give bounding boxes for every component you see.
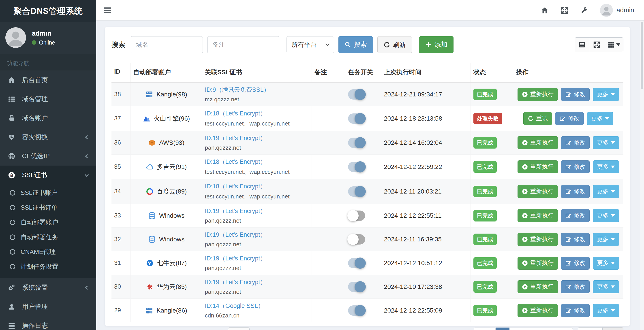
rerun-button[interactable]: 重新执行 bbox=[518, 88, 558, 101]
sidebar-item-2[interactable]: 域名账户 bbox=[0, 108, 96, 127]
cert-link[interactable]: ID:19（Let's Encrypt） bbox=[205, 207, 309, 215]
sidebar-subitem-自动部署任务[interactable]: 自动部署任务 bbox=[0, 230, 96, 245]
search-button[interactable]: 搜索 bbox=[338, 36, 373, 53]
scrollbar-thumb[interactable] bbox=[641, 22, 643, 89]
sidebar-subitem-CNAME代理[interactable]: CNAME代理 bbox=[0, 245, 96, 259]
more-button[interactable]: 更多 bbox=[593, 209, 619, 222]
cert-link[interactable]: ID:19（Let's Encrypt） bbox=[205, 231, 309, 239]
goto-page-button[interactable]: GO bbox=[602, 327, 624, 330]
more-button[interactable]: 更多 bbox=[593, 185, 619, 198]
platform-select[interactable]: 所有平台 bbox=[286, 36, 334, 53]
rerun-button[interactable]: 重新执行 bbox=[518, 280, 558, 293]
sidebar-item-1[interactable]: 域名管理 bbox=[0, 89, 96, 108]
more-button[interactable]: 更多 bbox=[593, 160, 619, 173]
more-button[interactable]: 更多 bbox=[593, 233, 619, 246]
edit-button[interactable]: 修改 bbox=[561, 280, 590, 293]
rerun-button[interactable]: 重新执行 bbox=[518, 209, 558, 222]
user-menu[interactable]: admin bbox=[600, 4, 634, 17]
page-button-4[interactable]: 4 bbox=[537, 328, 551, 330]
prev-page-button[interactable]: 前页 bbox=[474, 328, 496, 330]
rerun-button[interactable]: 重新执行 bbox=[518, 233, 558, 246]
task-switch[interactable] bbox=[348, 113, 365, 124]
cert-link[interactable]: ID:19（Let's Encrypt） bbox=[205, 254, 309, 263]
cert-link[interactable]: ID:14（Google SSL） bbox=[205, 302, 309, 310]
sidebar-subitem-SSL证书账户[interactable]: SSL证书账户 bbox=[0, 185, 96, 200]
retry-button[interactable]: 重试 bbox=[523, 112, 552, 125]
edit-button[interactable]: 修改 bbox=[561, 88, 590, 101]
task-switch[interactable] bbox=[348, 186, 365, 197]
sidebar-subitem-计划任务设置[interactable]: 计划任务设置 bbox=[0, 259, 96, 274]
sidebar-item-0[interactable]: 后台首页 bbox=[0, 70, 96, 89]
task-switch[interactable] bbox=[348, 89, 365, 100]
per-page-select[interactable]: 10 bbox=[228, 327, 250, 330]
edit-button[interactable]: 修改 bbox=[555, 112, 584, 125]
more-button[interactable]: 更多 bbox=[593, 280, 619, 293]
note-search-input[interactable] bbox=[207, 36, 279, 53]
task-switch[interactable] bbox=[348, 305, 365, 316]
column-header-自动部署账户: 自动部署账户 bbox=[130, 63, 202, 82]
next-page-button[interactable]: 后页 bbox=[551, 328, 573, 330]
sidebar-item-label: 后台首页 bbox=[22, 76, 48, 85]
sidebar-subitem-SSL证书订单[interactable]: SSL证书订单 bbox=[0, 200, 96, 215]
scrollbar-track[interactable] bbox=[640, 20, 644, 330]
task-switch[interactable] bbox=[348, 282, 365, 292]
cert-link[interactable]: ID:18（Let's Encrypt） bbox=[205, 182, 309, 190]
sidebar-item-4[interactable]: CF优选IP bbox=[0, 147, 96, 166]
cert-link[interactable]: ID:9（腾讯云免费SSL） bbox=[205, 86, 309, 94]
goto-page-input[interactable] bbox=[578, 327, 602, 330]
cert-link[interactable]: ID:19（Let's Encrypt） bbox=[205, 278, 309, 286]
rerun-button[interactable]: 重新执行 bbox=[518, 136, 558, 149]
table-row: 36AWS(93)ID:19（Let's Encrypt）pan.qqzzz.n… bbox=[112, 131, 624, 155]
cert-link[interactable]: ID:18（Let's Encrypt） bbox=[205, 109, 309, 117]
more-button[interactable]: 更多 bbox=[587, 112, 613, 125]
sidebar-item-6[interactable]: 系统设置 bbox=[0, 278, 96, 297]
rerun-button[interactable]: 重新执行 bbox=[518, 185, 558, 198]
task-switch[interactable] bbox=[348, 258, 365, 268]
task-switch[interactable] bbox=[348, 211, 365, 221]
sidebar-subitem-自动部署账户[interactable]: 自动部署账户 bbox=[0, 215, 96, 230]
page-button-3[interactable]: 3 bbox=[523, 328, 537, 330]
home-icon[interactable] bbox=[541, 6, 549, 14]
sidebar-toggle-icon[interactable] bbox=[102, 5, 112, 15]
sidebar-item-8[interactable]: 操作日志 bbox=[0, 316, 96, 330]
domain-search-input[interactable] bbox=[131, 36, 203, 53]
edit-button[interactable]: 修改 bbox=[561, 185, 590, 198]
rerun-button[interactable]: 重新执行 bbox=[518, 304, 558, 317]
edit-button[interactable]: 修改 bbox=[561, 304, 590, 317]
fullscreen-icon[interactable] bbox=[560, 6, 568, 14]
more-button[interactable]: 更多 bbox=[593, 304, 619, 317]
edit-button[interactable]: 修改 bbox=[561, 136, 590, 149]
add-button[interactable]: 添加 bbox=[419, 36, 454, 53]
cert-link[interactable]: ID:19（Let's Encrypt） bbox=[205, 134, 309, 142]
actions-cell: 重新执行修改更多 bbox=[513, 155, 624, 179]
edit-button[interactable]: 修改 bbox=[561, 209, 590, 222]
page-button-2[interactable]: 2 bbox=[510, 328, 523, 330]
more-button[interactable]: 更多 bbox=[593, 257, 619, 270]
table-view-button[interactable] bbox=[574, 37, 590, 52]
sidebar-subitem-label: SSL证书账户 bbox=[20, 189, 58, 197]
table-row: 30华为云(85)ID:19（Let's Encrypt）pan.qqzzz.n… bbox=[112, 275, 624, 299]
sidebar-subitem-label: CNAME代理 bbox=[20, 248, 56, 256]
task-switch[interactable] bbox=[348, 138, 365, 148]
more-button[interactable]: 更多 bbox=[593, 88, 619, 101]
more-button[interactable]: 更多 bbox=[593, 136, 619, 149]
edit-button[interactable]: 修改 bbox=[561, 233, 590, 246]
page-button-1[interactable]: 1 bbox=[496, 328, 510, 330]
rerun-button[interactable]: 重新执行 bbox=[518, 160, 558, 173]
task-switch[interactable] bbox=[348, 234, 365, 245]
row-id: 33 bbox=[112, 204, 130, 227]
edit-button[interactable]: 修改 bbox=[561, 160, 590, 173]
expand-view-button[interactable] bbox=[590, 37, 604, 52]
rerun-button[interactable]: 重新执行 bbox=[518, 257, 558, 270]
edit-button[interactable]: 修改 bbox=[561, 257, 590, 270]
sidebar-item-7[interactable]: 用户管理 bbox=[0, 297, 96, 316]
sidebar-section-label: 功能导航 bbox=[0, 54, 96, 70]
refresh-button[interactable]: 刷新 bbox=[378, 36, 412, 53]
sidebar-item-5[interactable]: SSL证书 bbox=[0, 166, 96, 185]
cert-link[interactable]: ID:18（Let's Encrypt） bbox=[205, 158, 309, 166]
columns-view-button[interactable] bbox=[604, 37, 624, 52]
caret-down-icon bbox=[611, 309, 615, 312]
task-switch[interactable] bbox=[348, 162, 365, 172]
wrench-icon[interactable] bbox=[580, 6, 588, 14]
sidebar-item-3[interactable]: 容灾切换 bbox=[0, 127, 96, 147]
